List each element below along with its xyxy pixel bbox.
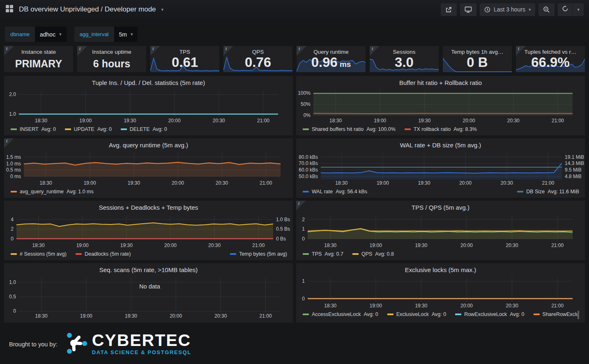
y-tick-label: 1.0 ms — [6, 161, 21, 167]
legend-label: QPS — [361, 251, 372, 257]
y-axis-right — [573, 278, 585, 302]
panel-info-icon[interactable]: i — [516, 46, 526, 56]
legend-swatch — [534, 314, 540, 315]
dashboard-title-caret-icon[interactable]: ▾ — [161, 7, 164, 12]
panel-info-icon[interactable]: i — [77, 46, 87, 56]
graph-body: 100%50%0% — [296, 91, 585, 117]
y-tick-label: 0 — [302, 236, 305, 242]
graph-plot-exclusive-locks[interactable] — [308, 278, 573, 302]
legend-item-shared-buffers-hit-ratio[interactable]: Shared buffers hit ratioAvg: 100.0% — [303, 126, 396, 132]
legend-avg-value: Avg: 8.3% — [453, 126, 477, 132]
legend-item-insert[interactable]: INSERTAvg: 0 — [11, 126, 56, 132]
variable-dbname-value[interactable]: adhoc ▾ — [35, 27, 67, 42]
stat-title-temp-bytes[interactable]: Temp bytes 1h avg… — [443, 49, 512, 55]
stat-title-qps[interactable]: QPS — [223, 49, 292, 55]
refresh-interval-button[interactable]: ▾ — [573, 3, 584, 16]
legend-scrollbar[interactable] — [577, 311, 579, 319]
legend-tps-qps: TPSAvg: 0.7QPSAvg: 0.8 — [303, 250, 579, 258]
legend-avg-value: Avg: 100.0% — [366, 126, 396, 132]
x-axis: 18:3019:0019:3020:0020:3021:00 — [296, 242, 585, 249]
graph-plot-seq-scans[interactable]: No data — [19, 278, 281, 312]
legend-item-exclusivelock[interactable]: ExclusiveLockAvg: 0 — [387, 311, 446, 317]
legend-item-avg-query-runtime[interactable]: avg_query_runtimeAvg: 1.0 ms — [11, 189, 94, 195]
panel-info-icon[interactable]: i — [4, 46, 14, 56]
stat-title-tuples-fetched[interactable]: Tuples fetched vs r… — [516, 49, 585, 55]
legend-sessions-deadlocks: # Sessions (5m avg)Deadlocks (5m rate)Te… — [11, 250, 287, 258]
panel-info-icon[interactable]: i — [150, 46, 160, 56]
graph-panel-wal-db-size: WAL rate + DB size (5m avg.)80.0 kBs70.0… — [296, 138, 585, 198]
legend-item-accessexclusivelock[interactable]: AccessExclusiveLockAvg: 0 — [303, 311, 378, 317]
graph-plot-tps-qps[interactable] — [308, 215, 573, 242]
zoom-out-button[interactable] — [538, 3, 554, 16]
legend-item-deadlocks-5m-rate-[interactable]: Deadlocks (5m rate) — [76, 251, 131, 257]
panel-info-icon[interactable]: i — [370, 46, 380, 56]
graph-title-sessions-deadlocks[interactable]: Sessions + Deadlocks + Temp bytes — [4, 204, 293, 211]
graph-title-seq-scans[interactable]: Seq. scans (5m rate, >10MB tables) — [4, 266, 293, 273]
y-tick-label: 1.0 Bs — [276, 217, 290, 222]
share-button[interactable] — [441, 3, 457, 16]
dashboard-title[interactable]: DB overview Unprivileged / Developer mod… — [19, 5, 156, 14]
info-icon: i — [6, 46, 7, 51]
graph-title-exclusive-locks[interactable]: Exclusive locks (5m max.) — [296, 266, 585, 273]
y-tick-label: 0.5 ms — [6, 167, 21, 173]
x-tick-label: 20:00 — [460, 243, 473, 248]
panel-info-icon[interactable]: i — [223, 46, 233, 56]
y-axis-right — [573, 215, 585, 242]
stat-value-query-runtime: 0.96ms — [297, 55, 366, 69]
refresh-now-button[interactable] — [558, 3, 573, 16]
stat-title-query-runtime[interactable]: Query runtime — [297, 49, 366, 55]
legend-item-sharerowexclusivelock[interactable]: ShareRowExclusiveLockAvg: 0 — [534, 311, 579, 317]
legend-label: Temp bytes (5m avg) — [239, 251, 287, 257]
panel-info-icon[interactable]: i — [297, 46, 306, 56]
legend-avg-value: Avg: 0 — [377, 320, 392, 321]
y-axis-left: 100%50%0% — [296, 91, 313, 117]
legend-label: DELETE — [130, 126, 150, 132]
variable-dbname: dbname adhoc ▾ — [5, 27, 67, 42]
legend-item--sessions-5m-avg-[interactable]: # Sessions (5m avg) — [11, 251, 67, 257]
variable-agg-interval-value[interactable]: 5m ▾ — [114, 27, 138, 42]
graph-plot-tuple-stats[interactable] — [19, 91, 278, 117]
x-tick-label: 20:00 — [459, 180, 472, 186]
x-axis-area: 18:3019:0019:3020:0020:3021:00 — [308, 242, 573, 249]
info-icon: i — [225, 46, 227, 51]
graph-plot-sessions-deadlocks[interactable] — [16, 215, 273, 242]
x-tick-label: 18:30 — [324, 303, 336, 309]
stat-title-instance-state[interactable]: Instance state — [4, 49, 73, 55]
legend-item-tx-rollback-ratio[interactable]: TX rollback ratioAvg: 8.3% — [405, 126, 477, 132]
cycle-view-button[interactable] — [460, 3, 476, 16]
y-tick-label: 0.5 — [9, 294, 16, 300]
graph-plot-avg-query-runtime[interactable] — [24, 153, 281, 179]
graph-plot-wal-db-size[interactable] — [321, 153, 562, 179]
panel-info-icon[interactable]: i — [4, 138, 14, 148]
legend-item-qps[interactable]: QPSAvg: 0.8 — [352, 251, 394, 257]
stat-value-temp-bytes: 0 B — [443, 55, 512, 69]
graph-title-wal-db-size[interactable]: WAL rate + DB size (5m avg.) — [296, 142, 585, 149]
graph-title-avg-query-runtime[interactable]: Avg. query runtime (5m avg.) — [4, 142, 293, 149]
x-tick-label: 18:30 — [329, 118, 342, 124]
cybertec-molecule-icon — [65, 332, 87, 356]
graph-title-tps-qps[interactable]: TPS / QPS (5m avg.) — [296, 204, 585, 211]
legend-item-db-size[interactable]: DB SizeAvg: 11.6 MiB — [517, 189, 579, 195]
legend-item-wal-rate[interactable]: WAL rateAvg: 56.4 kBs — [303, 189, 367, 195]
legend-item-rowexclusivelock[interactable]: RowExclusiveLockAvg: 0 — [455, 311, 524, 317]
x-tick-label: 19:30 — [418, 180, 430, 186]
graph-title-buffer-rollback[interactable]: Buffer hit ratio + Rollback ratio — [296, 79, 585, 86]
stat-title-tps[interactable]: TPS — [150, 49, 219, 55]
graph-title-tuple-stats[interactable]: Tuple Ins. / Upd. / Del. statistics (5m … — [4, 79, 293, 86]
x-axis-area: 18:3019:0019:3020:0020:3021:00 — [19, 312, 281, 319]
dashboards-grid-icon[interactable] — [5, 5, 14, 14]
legend-item-shareupdateexclusivelock[interactable]: ShareUpdateExclusiveLockAvg: 0 — [303, 320, 392, 321]
panel-info-icon[interactable]: i — [296, 201, 306, 211]
legend-avg-value: Avg: 0 — [510, 311, 524, 317]
legend-item-temp-bytes-5m-avg-[interactable]: Temp bytes (5m avg) — [230, 251, 287, 257]
x-tick-label: 19:30 — [418, 118, 430, 124]
x-axis-area: 18:3019:0019:3020:0020:3021:00 — [16, 242, 273, 249]
legend-swatch — [121, 128, 127, 130]
legend-item-delete[interactable]: DELETEAvg: 0 — [121, 126, 167, 132]
stat-title-instance-uptime[interactable]: Instance uptime — [77, 49, 146, 55]
time-range-picker[interactable]: Last 3 hours ▾ — [480, 3, 536, 16]
legend-item-update[interactable]: UPDATEAvg: 0 — [65, 126, 112, 132]
legend-item-tps[interactable]: TPSAvg: 0.7 — [303, 251, 343, 257]
stat-title-sessions[interactable]: Sessions — [370, 49, 439, 55]
graph-plot-buffer-rollback[interactable] — [313, 91, 573, 117]
